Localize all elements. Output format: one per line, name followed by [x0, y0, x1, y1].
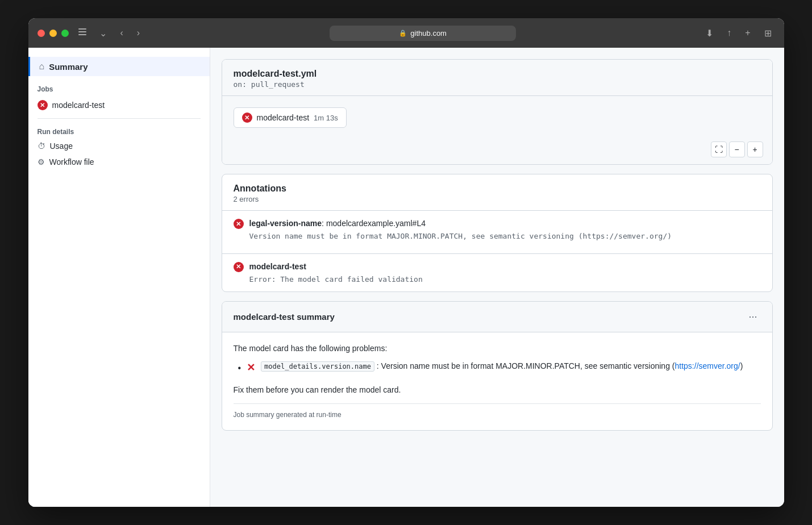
share-icon[interactable]: ↑	[723, 26, 735, 40]
workflow-subtitle: on: pull_request	[234, 80, 761, 89]
annotation-error-icon-1: ✕	[234, 219, 244, 229]
annotation-item-1: ✕ legal-version-name: modelcardexample.y…	[222, 210, 772, 249]
svg-rect-0	[78, 28, 86, 30]
summary-list: • ✕ model_details.version.name : Version…	[234, 360, 761, 376]
minimize-button[interactable]	[49, 30, 57, 37]
summary-card: modelcard-test summary ··· The model car…	[222, 301, 773, 431]
annotation-content-1: legal-version-name: modelcardexample.yam…	[249, 218, 761, 242]
summary-fix-text: Fix them before you can render the model…	[234, 385, 761, 394]
annotation-content-2: modelcard-test Error: The model card fai…	[249, 261, 761, 285]
summary-card-title: modelcard-test summary	[234, 312, 335, 322]
sidebar-run-details-section: Run details	[28, 123, 210, 138]
annotation-title-1: legal-version-name	[249, 219, 322, 228]
download-icon[interactable]: ⬇	[702, 26, 717, 41]
close-button[interactable]	[38, 30, 45, 37]
zoom-fit-button[interactable]: ⛶	[711, 141, 727, 157]
sidebar-item-usage[interactable]: ⏱ Usage	[28, 138, 210, 154]
workflow-card-body: ✕ modelcard-test 1m 13s ⛶ − +	[222, 96, 772, 164]
error-icon: ✕	[38, 100, 48, 110]
home-icon: ⌂	[39, 61, 45, 72]
sidebar: ⌂ Summary Jobs ✕ modelcard-test Run deta…	[28, 48, 210, 507]
browser-window: ⌄ ‹ › 🔒 github.com ⬇ ↑ + ⊞ ⌂ Summary Job…	[28, 18, 784, 507]
summary-card-body: The model card has the following problem…	[222, 332, 772, 430]
sidebar-workflow-label: Workflow file	[49, 157, 94, 166]
summary-menu-button[interactable]: ···	[745, 310, 760, 324]
zoom-out-button[interactable]: −	[729, 141, 745, 157]
summary-list-item-1: • ✕ model_details.version.name : Version…	[238, 360, 761, 376]
annotation-main-text-2: modelcard-test	[249, 261, 761, 273]
address-bar[interactable]: 🔒 github.com	[330, 26, 516, 41]
annotation-main-text-1: legal-version-name: modelcardexample.yam…	[249, 218, 761, 230]
annotations-card: Annotations 2 errors ✕ legal-version-nam…	[222, 174, 773, 292]
sidebar-divider	[38, 118, 201, 119]
sidebar-item-workflow-file[interactable]: ⚙ Workflow file	[28, 154, 210, 170]
workflow-icon: ⚙	[38, 157, 45, 166]
zoom-in-button[interactable]: +	[747, 141, 763, 157]
back-button[interactable]: ‹	[117, 26, 127, 40]
sidebar-item-summary[interactable]: ⌂ Summary	[28, 57, 210, 76]
semver-link[interactable]: https://semver.org/	[675, 361, 740, 370]
job-pill-name: modelcard-test	[257, 113, 310, 122]
clock-icon: ⏱	[38, 141, 45, 151]
annotation-item-2: ✕ modelcard-test Error: The model card f…	[222, 253, 772, 292]
annotation-desc-2: Error: The model card failed validation	[249, 274, 761, 285]
workflow-card: modelcard-test.yml on: pull_request ✕ mo…	[222, 59, 773, 165]
summary-generated: Job summary generated at run-time	[234, 403, 761, 419]
job-error-icon: ✕	[242, 113, 252, 123]
chevron-down-icon[interactable]: ⌄	[96, 26, 110, 41]
code-span: model_details.version.name	[261, 361, 374, 372]
annotations-subtitle: 2 errors	[234, 195, 761, 203]
sidebar-jobs-section: Jobs	[28, 78, 210, 97]
svg-rect-2	[78, 34, 86, 35]
grid-icon[interactable]: ⊞	[761, 26, 775, 41]
url-text: github.com	[410, 29, 447, 38]
maximize-button[interactable]	[61, 30, 69, 37]
annotation-desc-1: Version name must be in format MAJOR.MIN…	[249, 231, 761, 242]
job-duration: 1m 13s	[314, 114, 338, 122]
bullet-icon: •	[238, 361, 241, 376]
workflow-title: modelcard-test.yml	[234, 69, 761, 79]
sidebar-summary-label: Summary	[49, 62, 88, 72]
job-pill[interactable]: ✕ modelcard-test 1m 13s	[234, 107, 347, 128]
annotation-row-1: ✕ legal-version-name: modelcardexample.y…	[234, 218, 761, 242]
titlebar: ⌄ ‹ › 🔒 github.com ⬇ ↑ + ⊞	[28, 18, 784, 48]
workflow-card-header: modelcard-test.yml on: pull_request	[222, 60, 772, 96]
annotations-title: Annotations	[234, 184, 761, 194]
summary-list-item-text: model_details.version.name : Version nam…	[261, 360, 743, 372]
annotation-row-2: ✕ modelcard-test Error: The model card f…	[234, 261, 761, 285]
main-content: modelcard-test.yml on: pull_request ✕ mo…	[210, 48, 784, 507]
summary-item-desc: : Version name must be in format MAJOR.M…	[377, 361, 675, 370]
annotation-title-2: modelcard-test	[249, 262, 306, 271]
sidebar-item-modelcard-test[interactable]: ✕ modelcard-test	[28, 97, 210, 114]
zoom-controls: ⛶ − +	[711, 141, 763, 157]
annotation-error-icon-2: ✕	[234, 262, 244, 272]
toolbar-right: ⬇ ↑ + ⊞	[702, 26, 774, 41]
sidebar-job-label: modelcard-test	[52, 101, 105, 110]
summary-intro: The model card has the following problem…	[234, 344, 761, 353]
traffic-lights	[38, 30, 69, 37]
lock-icon: 🔒	[399, 30, 407, 37]
sidebar-toggle-button[interactable]	[76, 25, 89, 41]
sidebar-usage-label: Usage	[50, 141, 73, 151]
x-error-icon: ✕	[247, 360, 255, 376]
browser-content: ⌂ Summary Jobs ✕ modelcard-test Run deta…	[28, 48, 784, 507]
new-tab-icon[interactable]: +	[742, 26, 753, 40]
annotation-location-1: modelcardexample.yaml#L4	[326, 219, 426, 228]
forward-button[interactable]: ›	[134, 26, 143, 40]
annotations-header: Annotations 2 errors	[222, 174, 772, 206]
close-paren: )	[740, 361, 743, 370]
svg-rect-1	[78, 31, 86, 32]
summary-card-header: modelcard-test summary ···	[222, 302, 772, 332]
